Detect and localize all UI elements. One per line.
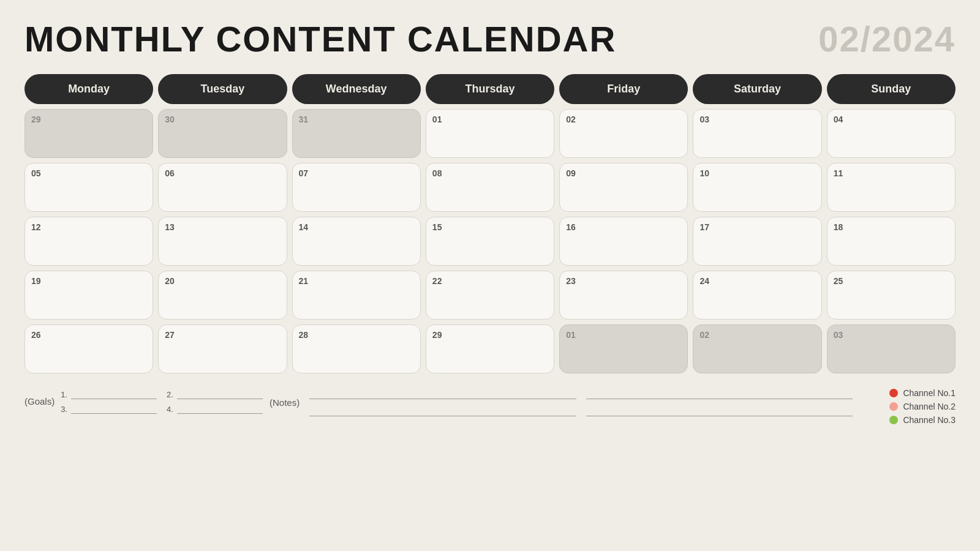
notes-section: (Notes) xyxy=(257,388,865,416)
day-cell[interactable]: 15 xyxy=(426,217,554,266)
day-number: 06 xyxy=(165,168,175,178)
day-header-sunday: Sunday xyxy=(827,74,956,104)
day-number: 08 xyxy=(432,168,442,178)
goal-item-4: 4. xyxy=(167,403,263,414)
day-cell[interactable]: 01 xyxy=(426,109,554,158)
day-number: 15 xyxy=(432,222,442,232)
day-number: 25 xyxy=(834,276,843,286)
day-number: 26 xyxy=(31,330,41,340)
day-cell[interactable]: 27 xyxy=(158,324,287,373)
day-cell[interactable]: 04 xyxy=(827,109,956,158)
legend-dot-3 xyxy=(889,416,898,424)
day-cell[interactable]: 22 xyxy=(426,271,554,320)
goals-section: (Goals) 1.2.3.4. xyxy=(24,388,257,414)
day-number: 13 xyxy=(165,222,175,232)
day-number: 03 xyxy=(834,330,843,340)
day-number: 22 xyxy=(432,276,442,286)
note-line-3 xyxy=(586,388,853,399)
day-number: 02 xyxy=(566,114,576,124)
day-cell[interactable]: 13 xyxy=(158,217,287,266)
day-number: 05 xyxy=(31,168,41,178)
goal-item-3: 3. xyxy=(61,403,157,414)
note-line-2 xyxy=(309,405,576,416)
day-number: 18 xyxy=(834,222,843,232)
day-cell[interactable]: 28 xyxy=(292,324,421,373)
note-line-1 xyxy=(309,388,576,399)
day-cell[interactable]: 30 xyxy=(158,109,287,158)
goal-item-1: 1. xyxy=(61,388,157,399)
day-cell[interactable]: 08 xyxy=(426,163,554,212)
day-cell[interactable]: 21 xyxy=(292,271,421,320)
day-number: 10 xyxy=(699,168,709,178)
legend-item-1: Channel No.1 xyxy=(889,388,956,398)
day-header-saturday: Saturday xyxy=(693,74,821,104)
day-cell[interactable]: 19 xyxy=(24,271,153,320)
day-number: 03 xyxy=(699,114,709,124)
day-cell[interactable]: 03 xyxy=(827,324,956,373)
day-number: 24 xyxy=(699,276,709,286)
notes-lines xyxy=(309,388,576,416)
day-number: 23 xyxy=(566,276,576,286)
day-cell[interactable]: 02 xyxy=(559,109,688,158)
note-line-4 xyxy=(586,405,853,416)
day-cell[interactable]: 09 xyxy=(559,163,688,212)
day-cell[interactable]: 06 xyxy=(158,163,287,212)
day-cell[interactable]: 11 xyxy=(827,163,956,212)
day-cell[interactable]: 01 xyxy=(559,324,688,373)
day-number: 30 xyxy=(165,114,175,124)
day-number: 01 xyxy=(432,114,442,124)
day-number: 28 xyxy=(299,330,309,340)
day-number: 16 xyxy=(566,222,576,232)
notes-extra-lines xyxy=(586,388,853,416)
day-cell[interactable]: 23 xyxy=(559,271,688,320)
day-cell[interactable]: 17 xyxy=(693,217,821,266)
day-cell[interactable]: 26 xyxy=(24,324,153,373)
day-number: 09 xyxy=(566,168,576,178)
day-cell[interactable]: 16 xyxy=(559,217,688,266)
day-number: 17 xyxy=(699,222,709,232)
legend-label-3: Channel No.3 xyxy=(903,415,956,425)
day-cell[interactable]: 03 xyxy=(693,109,821,158)
day-number: 27 xyxy=(165,330,175,340)
day-cell[interactable]: 05 xyxy=(24,163,153,212)
day-cell[interactable]: 07 xyxy=(292,163,421,212)
footer-section: (Goals) 1.2.3.4. (Notes) Channel No.1Cha… xyxy=(24,388,956,425)
page-title: MONTHLY CONTENT CALENDAR xyxy=(24,18,616,59)
legend-item-2: Channel No.2 xyxy=(889,402,956,411)
day-number: 11 xyxy=(834,168,843,178)
goals-label: (Goals) xyxy=(24,396,55,407)
day-number: 07 xyxy=(299,168,309,178)
legend-dot-2 xyxy=(889,402,898,411)
day-number: 04 xyxy=(834,114,843,124)
day-number: 21 xyxy=(299,276,309,286)
day-number: 02 xyxy=(699,330,709,340)
day-number: 29 xyxy=(432,330,442,340)
legend-dot-1 xyxy=(889,389,898,397)
day-cell[interactable]: 02 xyxy=(693,324,821,373)
day-number: 20 xyxy=(165,276,175,286)
goals-input-area: 1.2.3.4. xyxy=(61,388,263,414)
day-cell[interactable]: 10 xyxy=(693,163,821,212)
day-cell[interactable]: 25 xyxy=(827,271,956,320)
day-cell[interactable]: 29 xyxy=(426,324,554,373)
day-header-friday: Friday xyxy=(559,74,688,104)
day-number: 19 xyxy=(31,276,41,286)
day-cell[interactable]: 12 xyxy=(24,217,153,266)
legend-label-2: Channel No.2 xyxy=(903,402,956,411)
day-header-thursday: Thursday xyxy=(426,74,554,104)
day-cell[interactable]: 29 xyxy=(24,109,153,158)
day-cell[interactable]: 18 xyxy=(827,217,956,266)
day-cell[interactable]: 14 xyxy=(292,217,421,266)
page-header: MONTHLY CONTENT CALENDAR 02/2024 xyxy=(24,18,956,59)
day-number: 12 xyxy=(31,222,41,232)
day-cell[interactable]: 31 xyxy=(292,109,421,158)
day-cell[interactable]: 20 xyxy=(158,271,287,320)
day-number: 01 xyxy=(566,330,576,340)
goal-item-2: 2. xyxy=(167,388,263,399)
legend-label-1: Channel No.1 xyxy=(903,388,956,398)
legend-section: Channel No.1Channel No.2Channel No.3 xyxy=(889,388,956,425)
month-year: 02/2024 xyxy=(818,18,956,59)
day-number: 31 xyxy=(299,114,309,124)
day-cell[interactable]: 24 xyxy=(693,271,821,320)
day-header-monday: Monday xyxy=(24,74,153,104)
